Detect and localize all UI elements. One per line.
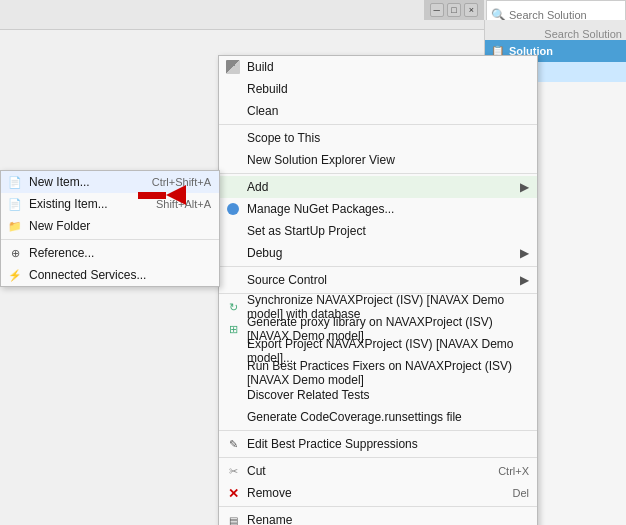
scope-label: Scope to This	[247, 131, 320, 145]
new-folder-label: New Folder	[29, 219, 90, 233]
context-menu-main: Build Rebuild Clean Scope to This New So…	[218, 55, 538, 525]
red-arrow-head	[166, 185, 186, 205]
clean-label: Clean	[247, 104, 278, 118]
menu-item-source-control[interactable]: Source Control ▶	[219, 269, 537, 291]
sep6	[219, 457, 537, 458]
menu-item-bpfix[interactable]: Run Best Practices Fixers on NAVAXProjec…	[219, 362, 537, 384]
menu-item-rename[interactable]: ▤ Rename	[219, 509, 537, 525]
menu-item-edit-bp[interactable]: ✎ Edit Best Practice Suppressions	[219, 433, 537, 455]
debug-label: Debug	[247, 246, 282, 260]
cut-label: Cut	[247, 464, 266, 478]
sep2	[219, 173, 537, 174]
menu-item-cut[interactable]: ✂ Cut Ctrl+X	[219, 460, 537, 482]
debug-submenu-arrow: ▶	[520, 246, 529, 260]
submenu-item-connected[interactable]: ⚡ Connected Services...	[1, 264, 219, 286]
menu-item-clean[interactable]: Clean	[219, 100, 537, 122]
maximize-button[interactable]: □	[447, 3, 461, 17]
codecov-label: Generate CodeCoverage.runsettings file	[247, 410, 462, 424]
submenu-item-new-folder[interactable]: 📁 New Folder	[1, 215, 219, 237]
menu-item-startup[interactable]: Set as StartUp Project	[219, 220, 537, 242]
menu-item-debug[interactable]: Debug ▶	[219, 242, 537, 264]
submenu-add: 📄 New Item... Ctrl+Shift+A 📄 Existing It…	[0, 170, 220, 287]
sub-sep	[1, 239, 219, 240]
red-arrow-indicator	[138, 185, 186, 205]
minimize-button[interactable]: ─	[430, 3, 444, 17]
build-icon	[225, 59, 241, 75]
nuget-label: Manage NuGet Packages...	[247, 202, 394, 216]
submenu-item-new-item[interactable]: 📄 New Item... Ctrl+Shift+A	[1, 171, 219, 193]
menu-item-discover[interactable]: Discover Related Tests	[219, 384, 537, 406]
sep5	[219, 430, 537, 431]
sync-icon: ↻	[225, 299, 241, 315]
cut-shortcut: Ctrl+X	[498, 465, 529, 477]
rename-label: Rename	[247, 513, 292, 525]
connected-label: Connected Services...	[29, 268, 146, 282]
menu-item-build[interactable]: Build	[219, 56, 537, 78]
connected-icon: ⚡	[7, 267, 23, 283]
new-folder-icon: 📁	[7, 218, 23, 234]
nuget-icon	[225, 201, 241, 217]
remove-label: Remove	[247, 486, 292, 500]
submenu-item-existing[interactable]: 📄 Existing Item... Shift+Alt+A	[1, 193, 219, 215]
edit-bp-label: Edit Best Practice Suppressions	[247, 437, 418, 451]
new-item-icon: 📄	[7, 174, 23, 190]
menu-item-rebuild[interactable]: Rebuild	[219, 78, 537, 100]
edit-icon: ✎	[225, 436, 241, 452]
sep3	[219, 266, 537, 267]
add-submenu-arrow: ▶	[520, 180, 529, 194]
reference-label: Reference...	[29, 246, 94, 260]
menu-item-scope[interactable]: Scope to This	[219, 127, 537, 149]
remove-shortcut: Del	[512, 487, 529, 499]
new-explorer-label: New Solution Explorer View	[247, 153, 395, 167]
build-label: Build	[247, 60, 274, 74]
red-arrow-shaft	[138, 192, 166, 199]
menu-item-codecov[interactable]: Generate CodeCoverage.runsettings file	[219, 406, 537, 428]
sep1	[219, 124, 537, 125]
search-solution-label: Search Solution	[544, 28, 622, 40]
rebuild-label: Rebuild	[247, 82, 288, 96]
window-controls: ─ □ ×	[424, 0, 484, 20]
submenu-item-reference[interactable]: ⊕ Reference...	[1, 242, 219, 264]
close-button[interactable]: ×	[464, 3, 478, 17]
bpfix-label: Run Best Practices Fixers on NAVAXProjec…	[247, 359, 529, 387]
menu-item-new-explorer[interactable]: New Solution Explorer View	[219, 149, 537, 171]
sep7	[219, 506, 537, 507]
menu-item-remove[interactable]: ✕ Remove Del	[219, 482, 537, 504]
discover-label: Discover Related Tests	[247, 388, 370, 402]
existing-item-icon: 📄	[7, 196, 23, 212]
source-control-label: Source Control	[247, 273, 327, 287]
new-item-label: New Item...	[29, 175, 90, 189]
existing-item-label: Existing Item...	[29, 197, 108, 211]
remove-icon: ✕	[225, 485, 241, 501]
reference-icon: ⊕	[7, 245, 23, 261]
proxy-icon: ⊞	[225, 321, 241, 337]
cut-icon: ✂	[225, 463, 241, 479]
source-control-arrow: ▶	[520, 273, 529, 287]
menu-item-add[interactable]: Add ▶	[219, 176, 537, 198]
startup-label: Set as StartUp Project	[247, 224, 366, 238]
rename-icon: ▤	[225, 512, 241, 525]
menu-item-nuget[interactable]: Manage NuGet Packages...	[219, 198, 537, 220]
add-label: Add	[247, 180, 268, 194]
